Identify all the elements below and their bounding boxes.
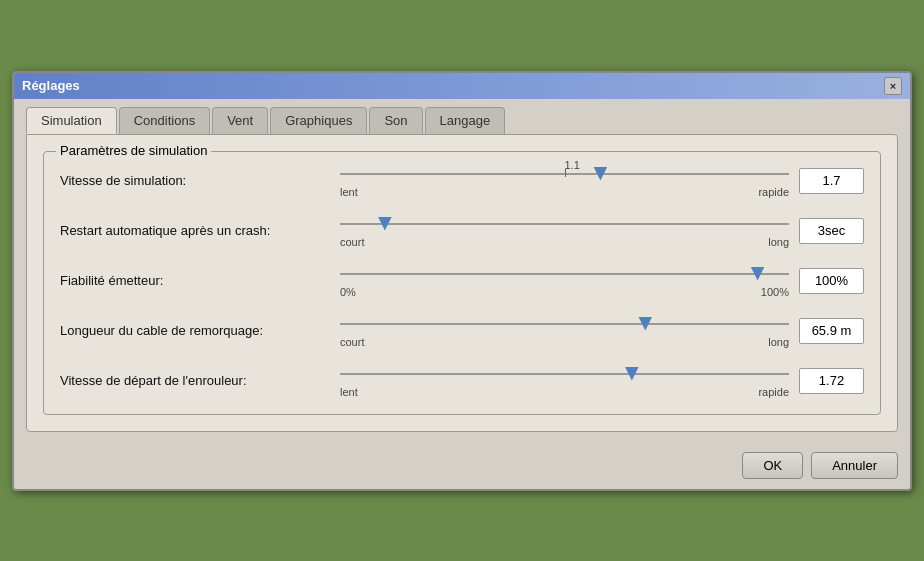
param-row-vitesse-simulation: Vitesse de simulation:1.1lentrapide1.7	[60, 164, 864, 198]
slider-right-label-vitesse-simulation: rapide	[758, 186, 789, 198]
param-label-longueur-cable: Longueur du cable de remorquage:	[60, 323, 340, 338]
slider-track-longueur-cable[interactable]	[340, 314, 789, 334]
slider-left-label-longueur-cable: court	[340, 336, 364, 348]
dialog: Réglages × SimulationConditionsVentGraph…	[12, 71, 912, 491]
slider-thumb-vitesse-simulation[interactable]	[593, 167, 607, 181]
slider-track-vitesse-depart[interactable]	[340, 364, 789, 384]
footer: OK Annuler	[14, 444, 910, 489]
slider-thumb-restart-auto[interactable]	[378, 217, 392, 231]
param-row-vitesse-depart: Vitesse de départ de l'enrouleur:lentrap…	[60, 364, 864, 398]
slider-right-label-vitesse-depart: rapide	[758, 386, 789, 398]
slider-right-label-restart-auto: long	[768, 236, 789, 248]
group-box: Paramètres de simulation Vitesse de simu…	[43, 151, 881, 415]
slider-labels-vitesse-simulation: lentrapide	[340, 186, 789, 198]
param-label-vitesse-depart: Vitesse de départ de l'enrouleur:	[60, 373, 340, 388]
slider-line-vitesse-depart	[340, 373, 789, 375]
value-box-restart-auto[interactable]: 3sec	[799, 218, 864, 244]
tab-vent[interactable]: Vent	[212, 107, 268, 134]
slider-left-label-vitesse-depart: lent	[340, 386, 358, 398]
param-row-restart-auto: Restart automatique après un crash:court…	[60, 214, 864, 248]
slider-labels-fiabilite-emetteur: 0%100%	[340, 286, 789, 298]
slider-left-label-restart-auto: court	[340, 236, 364, 248]
slider-tick-vitesse-simulation	[565, 169, 566, 177]
title-bar: Réglages ×	[14, 73, 910, 99]
tab-son[interactable]: Son	[369, 107, 422, 134]
ok-button[interactable]: OK	[742, 452, 803, 479]
value-box-vitesse-simulation[interactable]: 1.7	[799, 168, 864, 194]
tab-conditions[interactable]: Conditions	[119, 107, 210, 134]
slider-line-longueur-cable	[340, 323, 789, 325]
slider-left-label-fiabilite-emetteur: 0%	[340, 286, 356, 298]
slider-left-label-vitesse-simulation: lent	[340, 186, 358, 198]
dialog-title: Réglages	[22, 78, 80, 93]
slider-line-restart-auto	[340, 223, 789, 225]
slider-mid-label-vitesse-simulation: 1.1	[565, 159, 580, 171]
slider-thumb-longueur-cable[interactable]	[638, 317, 652, 331]
value-box-fiabilite-emetteur[interactable]: 100%	[799, 268, 864, 294]
slider-track-vitesse-simulation[interactable]: 1.1	[340, 164, 789, 184]
slider-container-restart-auto: courtlong	[340, 214, 789, 248]
dialog-body: SimulationConditionsVentGraphiquesSonLan…	[14, 99, 910, 444]
param-label-restart-auto: Restart automatique après un crash:	[60, 223, 340, 238]
close-button[interactable]: ×	[884, 77, 902, 95]
param-row-fiabilite-emetteur: Fiabilité émetteur:0%100%100%	[60, 264, 864, 298]
tab-langage[interactable]: Langage	[425, 107, 506, 134]
param-label-fiabilite-emetteur: Fiabilité émetteur:	[60, 273, 340, 288]
slider-container-longueur-cable: courtlong	[340, 314, 789, 348]
slider-thumb-vitesse-depart[interactable]	[625, 367, 639, 381]
value-box-longueur-cable[interactable]: 65.9 m	[799, 318, 864, 344]
slider-track-fiabilite-emetteur[interactable]	[340, 264, 789, 284]
slider-thumb-fiabilite-emetteur[interactable]	[751, 267, 765, 281]
value-box-vitesse-depart[interactable]: 1.72	[799, 368, 864, 394]
cancel-button[interactable]: Annuler	[811, 452, 898, 479]
tab-simulation[interactable]: Simulation	[26, 107, 117, 134]
params-container: Vitesse de simulation:1.1lentrapide1.7Re…	[60, 164, 864, 398]
slider-labels-restart-auto: courtlong	[340, 236, 789, 248]
slider-line-fiabilite-emetteur	[340, 273, 789, 275]
param-row-longueur-cable: Longueur du cable de remorquage:courtlon…	[60, 314, 864, 348]
slider-right-label-longueur-cable: long	[768, 336, 789, 348]
slider-line-vitesse-simulation: 1.1	[340, 173, 789, 175]
slider-container-fiabilite-emetteur: 0%100%	[340, 264, 789, 298]
slider-track-restart-auto[interactable]	[340, 214, 789, 234]
slider-labels-longueur-cable: courtlong	[340, 336, 789, 348]
param-label-vitesse-simulation: Vitesse de simulation:	[60, 173, 340, 188]
slider-container-vitesse-simulation: 1.1lentrapide	[340, 164, 789, 198]
slider-right-label-fiabilite-emetteur: 100%	[761, 286, 789, 298]
slider-container-vitesse-depart: lentrapide	[340, 364, 789, 398]
group-label: Paramètres de simulation	[56, 143, 211, 158]
tabs-container: SimulationConditionsVentGraphiquesSonLan…	[26, 107, 898, 134]
tab-graphiques[interactable]: Graphiques	[270, 107, 367, 134]
main-panel: Paramètres de simulation Vitesse de simu…	[26, 134, 898, 432]
slider-labels-vitesse-depart: lentrapide	[340, 386, 789, 398]
